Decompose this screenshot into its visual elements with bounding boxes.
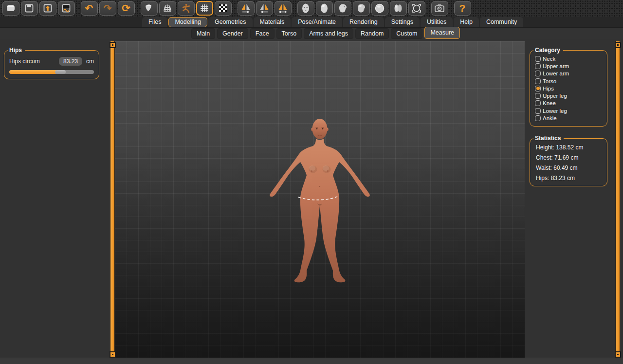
tab-pose-animate[interactable]: Pose/Animate xyxy=(292,17,342,27)
subtab-arms-and-legs[interactable]: Arms and legs xyxy=(304,28,353,39)
radio-button-icon xyxy=(535,115,541,121)
smooth-shading-button[interactable] xyxy=(141,1,158,16)
view-face-front-button[interactable] xyxy=(297,1,314,16)
category-group-title: Category xyxy=(533,47,563,54)
category-option-ankle[interactable]: Ankle xyxy=(535,114,603,122)
view-head-top-button[interactable] xyxy=(371,1,388,16)
category-option-label: Upper arm xyxy=(543,63,569,69)
statistics-group-title: Statistics xyxy=(533,135,564,142)
tab-modelling[interactable]: Modelling xyxy=(168,17,207,27)
slider-handle[interactable] xyxy=(55,70,66,74)
radio-button-icon xyxy=(535,86,541,91)
radio-button-icon xyxy=(535,63,541,69)
redo-icon: ↷ xyxy=(102,2,113,14)
symmetry-both-button[interactable] xyxy=(275,1,292,16)
category-option-hips[interactable]: Hips xyxy=(535,85,603,92)
tab-help[interactable]: Help xyxy=(454,17,479,27)
svg-text:↶: ↶ xyxy=(85,3,93,14)
hips-circum-label: Hips circum xyxy=(9,58,40,65)
svg-text:⟳: ⟳ xyxy=(122,2,130,14)
view-head-profile-button[interactable] xyxy=(353,1,370,16)
view-fit-frame-button[interactable] xyxy=(408,1,425,16)
statistics-group: Statistics Height: 138.52 cmChest: 71.69… xyxy=(530,135,607,186)
hips-circum-slider[interactable] xyxy=(9,70,94,74)
pose-toggle-button[interactable] xyxy=(178,1,195,16)
help-button[interactable]: ? xyxy=(454,1,471,16)
redo-button[interactable]: ↷ xyxy=(99,1,116,16)
subtab-random[interactable]: Random xyxy=(355,28,389,39)
undo-icon: ↶ xyxy=(83,2,95,14)
reset-mesh-button[interactable]: ⟳ xyxy=(118,1,135,16)
model-highlight xyxy=(309,165,315,171)
grid-toggle-button[interactable] xyxy=(196,1,213,16)
category-option-upper-arm[interactable]: Upper arm xyxy=(535,62,603,70)
left-panel-top-button[interactable] xyxy=(110,42,116,48)
pose-icon xyxy=(180,2,192,14)
hips-circum-value-field[interactable]: 83.23 xyxy=(59,57,82,66)
symmetry-left-button[interactable] xyxy=(256,1,273,16)
tab-materials[interactable]: Materials xyxy=(254,17,291,27)
face-front-icon xyxy=(300,2,312,14)
subtab-custom[interactable]: Custom xyxy=(391,28,422,39)
category-option-label: Torso xyxy=(543,78,556,84)
tab-geometries[interactable]: Geometries xyxy=(208,17,253,27)
tab-utilities[interactable]: Utilities xyxy=(421,17,453,27)
new-file-button[interactable] xyxy=(2,1,19,16)
wireframe-toggle-button[interactable] xyxy=(159,1,176,16)
human-model[interactable] xyxy=(266,113,373,284)
left-panel-slider-bar[interactable] xyxy=(110,41,115,358)
reset-icon: ⟳ xyxy=(120,2,132,14)
toolbar-group: ↶↷⟳ xyxy=(80,1,135,16)
load-file-button[interactable] xyxy=(39,1,56,16)
radio-button-icon xyxy=(535,100,541,106)
view-dual-button[interactable] xyxy=(390,1,407,16)
radio-button-icon xyxy=(535,78,541,84)
subtab-torso[interactable]: Torso xyxy=(276,28,302,39)
category-option-label: Lower arm xyxy=(543,71,569,76)
right-panel-slider-bar[interactable] xyxy=(615,41,620,358)
head-side-icon xyxy=(337,2,348,14)
subtab-measure[interactable]: Measure xyxy=(424,27,460,39)
symmetry-both-icon xyxy=(277,2,289,14)
svg-text:?: ? xyxy=(459,2,466,14)
model-highlight xyxy=(323,165,329,171)
subtab-main[interactable]: Main xyxy=(191,28,215,39)
stat-height: Height: 138.52 cm xyxy=(536,143,601,153)
model-body xyxy=(270,139,370,282)
category-option-lower-arm[interactable]: Lower arm xyxy=(535,70,603,77)
main-tab-bar: FilesModellingGeometriesMaterialsPose/An… xyxy=(0,17,623,28)
symmetry-right-button[interactable] xyxy=(238,1,255,16)
head-oval-icon xyxy=(318,2,330,14)
tab-files[interactable]: Files xyxy=(142,17,167,27)
subtab-face[interactable]: Face xyxy=(250,28,275,39)
category-option-neck[interactable]: Neck xyxy=(535,55,603,62)
radio-button-icon xyxy=(535,56,541,62)
save-file-button[interactable] xyxy=(21,1,38,16)
category-option-lower-leg[interactable]: Lower leg xyxy=(535,107,603,114)
viewport-3d[interactable] xyxy=(115,41,525,358)
tab-rendering[interactable]: Rendering xyxy=(343,17,384,27)
subtab-gender[interactable]: Gender xyxy=(217,28,248,39)
left-panel-bottom-button[interactable] xyxy=(110,351,116,358)
view-head-back-button[interactable] xyxy=(316,1,333,16)
tab-settings[interactable]: Settings xyxy=(385,17,420,27)
view-head-side-button[interactable] xyxy=(334,1,351,16)
right-panel-bottom-button[interactable] xyxy=(615,351,621,358)
sphere-icon xyxy=(374,2,385,14)
category-option-knee[interactable]: Knee xyxy=(535,100,603,107)
hips-group-title: Hips xyxy=(8,47,25,54)
toolbar-group xyxy=(140,1,232,16)
export-file-button[interactable] xyxy=(58,1,75,16)
right-panel-top-button[interactable] xyxy=(615,42,621,48)
category-option-label: Ankle xyxy=(543,115,557,121)
category-option-label: Knee xyxy=(543,100,556,106)
subdivide-toggle-button[interactable] xyxy=(215,1,232,16)
grid-icon xyxy=(199,2,210,14)
category-option-upper-leg[interactable]: Upper leg xyxy=(535,92,603,99)
unit-label: cm xyxy=(86,58,94,65)
tab-community[interactable]: Community xyxy=(480,17,523,27)
grab-screenshot-button[interactable] xyxy=(431,1,448,16)
category-option-torso[interactable]: Torso xyxy=(535,77,603,85)
undo-button[interactable]: ↶ xyxy=(81,1,98,16)
category-option-label: Upper leg xyxy=(543,93,567,99)
